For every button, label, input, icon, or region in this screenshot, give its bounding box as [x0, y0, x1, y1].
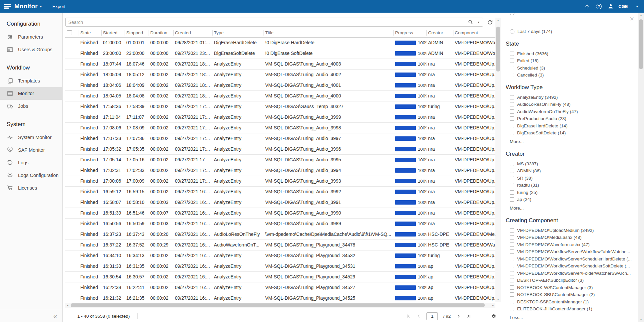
vertical-scroll-thumb[interactable] — [496, 27, 500, 72]
close-filter-panel-icon[interactable]: × — [630, 15, 634, 23]
select-all-checkbox[interactable] — [67, 30, 72, 35]
filter-checkbox[interactable] — [510, 52, 514, 56]
filter-checkbox[interactable] — [510, 124, 514, 128]
previous-page-button[interactable] — [416, 314, 421, 319]
filter-option[interactable]: DigEraseSoftDelete (14) — [510, 129, 635, 137]
filter-option[interactable]: Scheduled (3) — [510, 65, 635, 72]
filter-option[interactable]: VM-DPEDEMO\WorkflowServer\WorkflowTableW… — [510, 248, 635, 255]
user-icon[interactable] — [608, 3, 614, 9]
filter-option[interactable]: VM-DPEDEMO\WorkflowServer\SchedulerSoftD… — [510, 262, 635, 270]
filter-option[interactable]: VM-DPEDEMO\Media.ashx (48) — [510, 234, 635, 241]
filter-checkbox[interactable] — [510, 249, 514, 254]
table-row[interactable]: Finished01:00:0001:00:0100:00:0009/28/20… — [65, 38, 495, 48]
table-row[interactable]: Finished16:22:3816:22:4100:00:0209/27/20… — [65, 282, 495, 293]
filter-option[interactable]: DigEraseHardDelete (14) — [510, 122, 635, 130]
filter-checkbox[interactable] — [510, 257, 514, 261]
filter-option[interactable]: VM-DPEDEMO\UploadMedium (3492) — [510, 227, 635, 234]
filter-checkbox[interactable] — [510, 271, 514, 275]
filter-option-last-7-days[interactable]: Last 7 days (174) — [510, 28, 635, 35]
sidebar-item-logs-configuration[interactable]: Logs Configuration — [0, 169, 62, 182]
table-row[interactable]: Finished18:04:0518:04:0800:00:0209/27/20… — [65, 91, 495, 101]
filter-checkbox[interactable] — [510, 162, 514, 166]
table-row[interactable]: Finished17:08:0617:08:0900:00:0209/27/20… — [65, 123, 495, 133]
scroll-left-arrow-icon[interactable]: ◂ — [65, 303, 70, 308]
table-row[interactable]: Finished17:05:1417:05:1600:00:0209/27/20… — [65, 155, 495, 165]
search-options-chevron-down-icon[interactable]: ▾ — [478, 20, 479, 24]
filter-option[interactable]: DESKTOP-AER\SubclipEditor (3) — [510, 277, 635, 284]
filter-option[interactable]: ap (24) — [510, 196, 635, 203]
filter-option[interactable]: NOTEBOOK-WS\ContentManager (3) — [510, 284, 635, 291]
filter-option[interactable]: ELITEBOOK-JHI\ContentManager (1) — [510, 305, 635, 313]
filter-checkbox[interactable] — [510, 197, 514, 202]
table-row[interactable]: Finished23:00:0023:00:0000:00:0009/27/20… — [65, 48, 495, 59]
column-header-title[interactable]: Title — [264, 29, 393, 37]
filter-checkbox[interactable] — [510, 300, 514, 304]
filter-more-link[interactable]: More... — [510, 138, 635, 145]
first-page-button[interactable] — [406, 314, 411, 319]
filter-checkbox[interactable] — [510, 131, 514, 135]
filter-option[interactable]: PreProductionAudio (23) — [510, 115, 635, 122]
scroll-down-arrow-icon[interactable]: ▾ — [638, 317, 644, 322]
table-row[interactable]: Finished16:51:3916:51:4600:00:0709/27/20… — [65, 208, 495, 219]
table-row[interactable]: Finished16:31:3316:31:3500:00:0209/27/20… — [65, 261, 495, 272]
filter-option[interactable]: Finished (3636) — [510, 50, 635, 58]
filter-option[interactable]: DESKTOP-SSI\ContentManager (1) — [510, 298, 635, 306]
filter-option[interactable]: Cancelled (3) — [510, 72, 635, 79]
sidebar-item-licenses[interactable]: Licenses — [0, 182, 62, 194]
refresh-icon[interactable] — [487, 19, 493, 25]
filter-checkbox[interactable] — [510, 116, 514, 121]
filter-checkbox[interactable] — [510, 183, 514, 187]
scroll-down-arrow-icon[interactable]: ▾ — [495, 297, 501, 302]
next-page-button[interactable] — [456, 314, 461, 319]
scroll-right-arrow-icon[interactable]: ▸ — [491, 303, 495, 308]
filter-panel-scrollbar[interactable]: ▴ ▾ — [638, 13, 644, 322]
table-row[interactable]: Finished16:59:1216:59:1500:00:0209/27/20… — [65, 187, 495, 197]
sidebar-item-jobs[interactable]: Jobs — [0, 100, 62, 112]
date-range-radio[interactable] — [510, 13, 514, 15]
filter-option[interactable]: roadtu (31) — [510, 182, 635, 189]
column-header-type[interactable]: Type — [212, 29, 264, 37]
user-name[interactable]: CGE — [618, 4, 628, 9]
filter-checkbox[interactable] — [510, 285, 514, 290]
filter-option[interactable]: NOTEBOOK-SBU\ContentManager (2) — [510, 291, 635, 298]
filter-option[interactable]: AudioLoResOnTheFly (48) — [510, 101, 635, 108]
user-menu-chevron-down-icon[interactable]: ▾ — [636, 4, 638, 9]
column-header-component[interactable]: Component — [453, 29, 495, 37]
table-row[interactable]: Finished18:05:0918:05:1200:00:0209/27/20… — [65, 70, 495, 80]
filter-checkbox[interactable] — [510, 307, 514, 311]
help-icon[interactable]: ? — [596, 4, 602, 9]
filter-checkbox[interactable] — [510, 59, 514, 63]
column-header-progress[interactable]: Progress — [393, 29, 426, 37]
filter-option[interactable]: SR (38) — [510, 175, 635, 182]
column-header-stopped[interactable]: Stopped — [125, 29, 149, 37]
table-settings-gear-icon[interactable] — [491, 313, 497, 319]
filter-checkbox[interactable] — [510, 235, 514, 240]
scroll-up-arrow-icon[interactable]: ▴ — [495, 18, 501, 22]
export-menu-item[interactable]: Export — [52, 4, 65, 9]
panel-scroll-thumb[interactable] — [639, 19, 643, 69]
column-header-duration[interactable]: Duration — [149, 29, 173, 37]
table-row[interactable]: Finished17:58:3617:58:3900:00:0209/27/20… — [65, 101, 495, 112]
app-switcher-chevron-down-icon[interactable]: ▾ — [40, 4, 42, 9]
sidebar-item-templates[interactable]: Templates — [0, 75, 62, 87]
filter-option[interactable]: Failed (16) — [510, 57, 635, 65]
filter-checkbox[interactable] — [510, 102, 514, 106]
table-row[interactable]: Finished16:37:2316:37:4300:00:2009/27/20… — [65, 229, 495, 240]
table-horizontal-scrollbar[interactable]: ◂ ▸ — [65, 303, 495, 308]
table-row[interactable]: Finished16:21:3216:21:3500:00:0209/27/20… — [65, 293, 495, 302]
table-row[interactable]: Finished17:00:0617:00:0900:00:0209/27/20… — [65, 176, 495, 187]
filter-option[interactable]: VM-DPEDEMO\WorkflowServer\SchedulerHardD… — [510, 255, 635, 263]
filter-checkbox[interactable] — [510, 95, 514, 99]
table-row[interactable]: Finished16:37:2216:37:5200:00:2909/27/20… — [65, 240, 495, 250]
search-input[interactable] — [66, 20, 468, 25]
sidebar-item-users-groups[interactable]: Users & Groups — [0, 43, 62, 56]
table-row[interactable]: Finished17:07:3317:07:3600:00:0209/27/20… — [65, 133, 495, 144]
scroll-up-arrow-icon[interactable]: ▴ — [638, 13, 644, 17]
column-header-creator[interactable]: Creator — [426, 29, 453, 37]
collapse-sidebar-icon[interactable]: « — [53, 313, 57, 319]
filter-option[interactable]: VM-DPEDEMO\Waveform.ashx (47) — [510, 241, 635, 248]
table-row[interactable]: Finished16:58:0716:58:1000:00:0309/27/20… — [65, 197, 495, 208]
filter-option[interactable]: AnalyzeEntry (3492) — [510, 94, 635, 101]
table-row[interactable]: Finished16:30:5416:30:5700:00:0209/27/20… — [65, 272, 495, 282]
date-range-radio[interactable] — [510, 29, 514, 34]
